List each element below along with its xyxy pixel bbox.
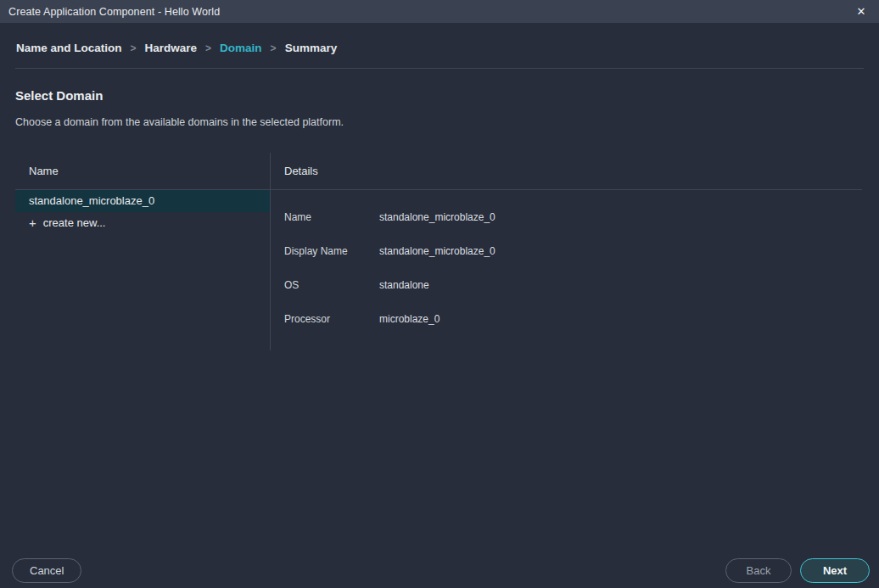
wizard-breadcrumb: Name and Location > Hardware > Domain > … [0,23,879,68]
close-icon[interactable]: ✕ [854,4,869,20]
breadcrumb-divider [15,68,864,69]
details-header: Details [271,153,862,190]
create-new-label: create new... [43,212,106,234]
domain-list-panel: Name standalone_microblaze_0 + create ne… [15,153,270,350]
detail-value: standalone [379,279,429,291]
domain-list-header: Name [15,153,270,190]
step-domain[interactable]: Domain [220,42,262,54]
chevron-right-icon: > [131,42,137,54]
detail-label: Processor [284,313,379,325]
domain-selection-panels: Name standalone_microblaze_0 + create ne… [15,153,862,350]
detail-value: standalone_microblaze_0 [379,211,495,223]
dialog-titlebar: Create Application Component - Hello Wor… [0,0,879,23]
detail-label: Display Name [284,245,379,257]
page-title: Select Domain [15,88,103,103]
back-button[interactable]: Back [725,558,792,583]
detail-label: Name [284,211,379,223]
create-new-domain-item[interactable]: + create new... [15,212,270,234]
detail-row-processor: Processor microblaze_0 [271,302,862,336]
detail-row-name: Name standalone_microblaze_0 [271,200,862,234]
detail-row-display-name: Display Name standalone_microblaze_0 [271,234,862,268]
dialog-title: Create Application Component - Hello Wor… [8,6,220,18]
detail-label: OS [284,279,379,291]
plus-icon: + [29,212,36,234]
step-summary[interactable]: Summary [285,42,338,54]
domain-details-panel: Details Name standalone_microblaze_0 Dis… [270,153,862,350]
domain-list: standalone_microblaze_0 + create new... [15,190,270,234]
chevron-right-icon: > [271,42,277,54]
next-button[interactable]: Next [800,558,870,583]
domain-list-item-standalone-microblaze-0[interactable]: standalone_microblaze_0 [15,190,270,212]
domain-item-label: standalone_microblaze_0 [29,190,154,212]
details-body: Name standalone_microblaze_0 Display Nam… [271,190,862,336]
step-name-and-location[interactable]: Name and Location [16,42,122,54]
chevron-right-icon: > [205,42,211,54]
page-description: Choose a domain from the available domai… [15,116,344,128]
detail-row-os: OS standalone [271,268,862,302]
step-hardware[interactable]: Hardware [145,42,198,54]
detail-value: standalone_microblaze_0 [379,245,495,257]
detail-value: microblaze_0 [379,313,440,325]
cancel-button[interactable]: Cancel [12,558,81,583]
